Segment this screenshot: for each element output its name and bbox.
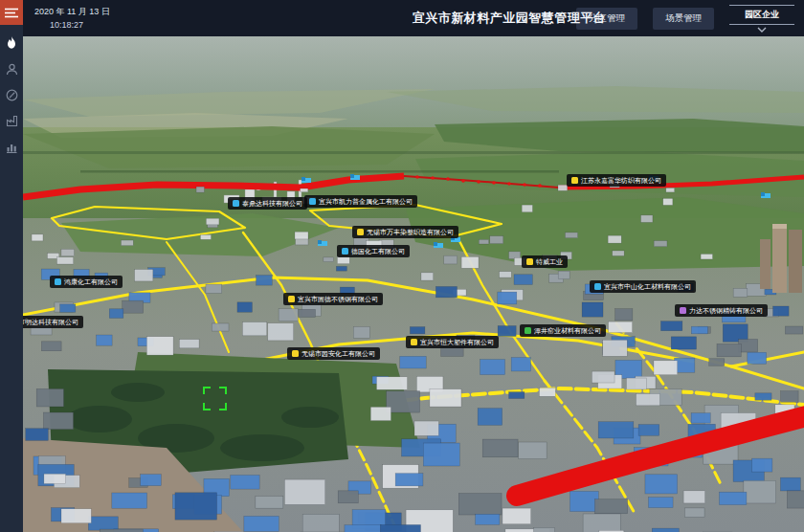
company-label[interactable]: 力达不锈钢精铸有限公司 [675, 304, 768, 317]
company-label-text: 泰鼎达科技有限公司 [242, 200, 302, 207]
company-label-text: 宜兴市明达科技有限公司 [23, 319, 78, 325]
park-enterprise-label: 园区企业 [729, 5, 794, 25]
company-label-text: 力达不锈钢精铸有限公司 [689, 307, 763, 314]
company-label[interactable]: 无锡市万丰染整织造有限公司 [352, 226, 458, 238]
company-label-text: 特威工业 [536, 258, 563, 265]
menu-icon[interactable] [0, 0, 23, 25]
company-marker-icon [288, 296, 295, 302]
map-3d-view[interactable]: 泰鼎达科技有限公司宜兴市凯力普金属化工有限公司江苏永嘉富华纺织有限公司无锡市万丰… [23, 36, 804, 532]
company-label-text: 无锡市万丰染整织造有限公司 [367, 229, 454, 235]
company-label[interactable]: 德国化工有限公司 [337, 245, 410, 257]
park-enterprise-dropdown[interactable]: 园区企业 [729, 5, 794, 33]
datetime-block: 2020 年 11 月 13 日 10:18:27 [23, 7, 110, 31]
company-marker-icon [594, 283, 601, 290]
company-marker-icon [292, 350, 299, 357]
company-marker-icon [411, 339, 417, 345]
company-label[interactable]: 宜兴市中山化工材料有限公司 [590, 280, 696, 293]
company-label[interactable]: 宜兴市凯力普金属化工有限公司 [304, 195, 417, 208]
company-label-text: 江苏永嘉富华纺织有限公司 [581, 177, 661, 184]
company-label[interactable]: 潭井窑业材料有限公司 [520, 324, 606, 337]
worker-icon[interactable] [0, 60, 23, 78]
gauge-icon[interactable] [0, 86, 23, 103]
chevron-down-icon [757, 27, 767, 33]
bar-chart-icon[interactable] [0, 138, 23, 155]
company-label[interactable]: 特威工业 [522, 255, 568, 268]
company-label[interactable]: 宜兴市明达科技有限公司 [23, 316, 83, 328]
company-label[interactable]: 鸿康化工有限公司 [50, 276, 123, 288]
factory-icon[interactable] [0, 112, 23, 129]
company-marker-icon [55, 278, 61, 285]
company-label-text: 德国化工有限公司 [351, 248, 405, 255]
top-header: 2020 年 11 月 13 日 10:18:27 宜兴市新材料产业园智慧管理平… [23, 0, 804, 36]
company-label-text: 宜兴市中山化工材料有限公司 [604, 283, 691, 290]
company-label[interactable]: 泰鼎达科技有限公司 [228, 197, 307, 210]
company-marker-icon [571, 177, 578, 184]
company-label-text: 宜兴市恒大塑件有限公司 [420, 339, 494, 345]
company-marker-icon [342, 248, 348, 255]
company-label[interactable]: 宜兴市固德不锈钢有限公司 [283, 293, 383, 305]
scene-management-button[interactable]: 场景管理 [653, 8, 714, 30]
company-label-text: 鸿康化工有限公司 [64, 278, 118, 285]
page-title: 宜兴市新材料产业园智慧管理平台 [404, 10, 614, 27]
time-label: 10:18:27 [34, 20, 110, 31]
sidebar [0, 0, 23, 532]
company-marker-icon [309, 198, 316, 205]
date-label: 2020 年 11 月 13 日 [34, 7, 110, 17]
company-label-text: 无锡市园安化工有限公司 [302, 350, 375, 357]
company-labels-layer: 泰鼎达科技有限公司宜兴市凯力普金属化工有限公司江苏永嘉富华纺织有限公司无锡市万丰… [23, 36, 804, 532]
app-window: 2020 年 11 月 13 日 10:18:27 宜兴市新材料产业园智慧管理平… [0, 0, 804, 532]
company-marker-icon [233, 200, 239, 207]
company-label-text: 宜兴市固德不锈钢有限公司 [298, 296, 378, 302]
company-label[interactable]: 宜兴市恒大塑件有限公司 [406, 336, 499, 348]
company-marker-icon [357, 229, 364, 235]
company-marker-icon [680, 307, 686, 314]
company-marker-icon [526, 258, 533, 265]
flame-icon[interactable] [0, 34, 23, 52]
company-label[interactable]: 江苏永嘉富华纺织有限公司 [567, 174, 666, 187]
company-marker-icon [525, 327, 531, 334]
company-label[interactable]: 无锡市园安化工有限公司 [287, 347, 380, 360]
company-label-text: 潭井窑业材料有限公司 [534, 327, 601, 334]
company-label-text: 宜兴市凯力普金属化工有限公司 [319, 198, 413, 205]
